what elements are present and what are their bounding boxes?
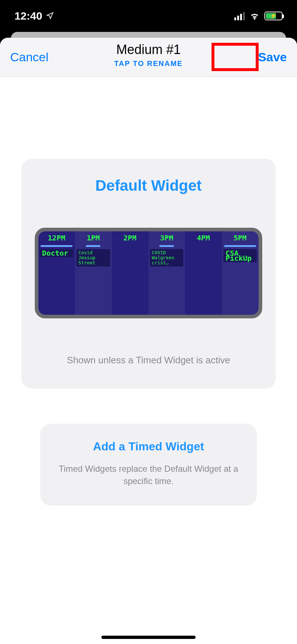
add-timed-widget-caption: Timed Widgets replace the Default Widget… — [51, 463, 246, 487]
nav-bar: Cancel Medium #1 TAP TO RENAME Save — [0, 38, 297, 77]
calendar-event-bar — [41, 245, 72, 247]
add-timed-widget-heading: Add a Timed Widget — [51, 440, 246, 453]
calendar-event: CSA PickUp — [223, 249, 257, 262]
calendar-column: 2PM — [112, 231, 148, 315]
calendar-event-bar — [86, 245, 100, 247]
default-widget-caption: Shown unless a Timed Widget is active — [35, 355, 262, 366]
calendar-event-bar — [159, 245, 174, 247]
calendar-column: 3PMCOVID Walgreen crist… — [148, 231, 185, 315]
calendar-column: 1PMCovid Jessup Street — [75, 231, 112, 315]
calendar-time-label: 2PM — [112, 234, 148, 242]
wifi-icon — [249, 11, 260, 21]
calendar-event: Covid Jessup Street — [76, 249, 110, 267]
nav-title[interactable]: Medium #1 — [0, 42, 297, 57]
cellular-signal-icon — [234, 12, 245, 20]
home-indicator[interactable] — [101, 636, 196, 639]
default-widget-heading: Default Widget — [35, 177, 262, 194]
modal-sheet: Cancel Medium #1 TAP TO RENAME Save Defa… — [0, 38, 297, 644]
battery-charging-icon: ⚡ — [264, 12, 283, 20]
calendar-column: 4PM — [185, 231, 222, 315]
status-bar: 12:40 ⚡ — [0, 0, 297, 32]
calendar-column: 12PMDoctor — [38, 231, 75, 315]
calendar-time-label: 12PM — [38, 234, 75, 242]
calendar-event: Doctor — [40, 249, 73, 257]
calendar-time-label: 4PM — [185, 234, 221, 242]
calendar-time-label: 5PM — [222, 234, 258, 242]
location-icon — [46, 10, 54, 22]
calendar-event-bar — [224, 245, 256, 247]
default-widget-card[interactable]: Default Widget 12PMDoctor1PMCovid Jessup… — [22, 159, 275, 388]
calendar-preview-frame: 12PMDoctor1PMCovid Jessup Street2PM3PMCO… — [35, 228, 262, 318]
calendar-time-label: 1PM — [75, 234, 111, 242]
calendar-preview: 12PMDoctor1PMCovid Jessup Street2PM3PMCO… — [38, 231, 259, 315]
calendar-event: COVID Walgreen crist… — [150, 249, 183, 267]
calendar-time-label: 3PM — [148, 234, 185, 242]
status-time: 12:40 — [14, 10, 42, 22]
content-area: Default Widget 12PMDoctor1PMCovid Jessup… — [0, 77, 297, 644]
calendar-column: 5PMCSA PickUp — [222, 231, 259, 315]
tap-to-rename-label[interactable]: TAP TO RENAME — [0, 59, 297, 68]
add-timed-widget-card[interactable]: Add a Timed Widget Timed Widgets replace… — [41, 424, 256, 505]
